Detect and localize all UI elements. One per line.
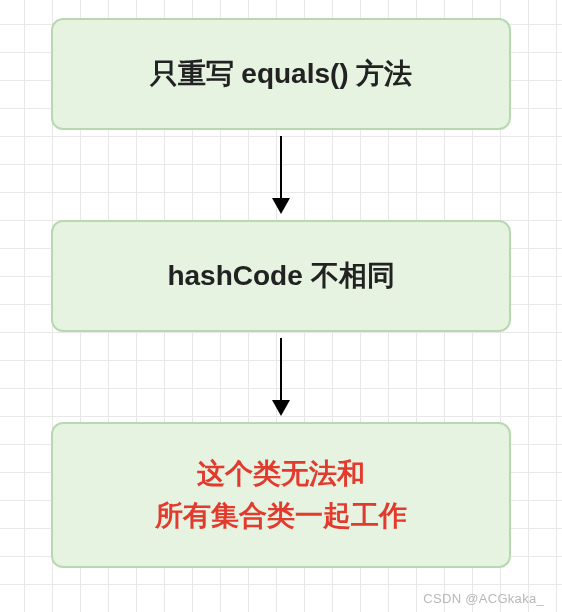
- arrow-1: [272, 130, 290, 220]
- arrow-2: [272, 332, 290, 422]
- node-text: hashCode 不相同: [167, 257, 394, 295]
- node-result-warning: 这个类无法和 所有集合类一起工作: [51, 422, 511, 568]
- node-equals-override: 只重写 equals() 方法: [51, 18, 511, 130]
- arrow-line: [280, 136, 282, 198]
- arrow-head-icon: [272, 400, 290, 416]
- node-text-line2: 所有集合类一起工作: [155, 495, 407, 537]
- node-text: 只重写 equals() 方法: [150, 55, 413, 93]
- node-hashcode-diff: hashCode 不相同: [51, 220, 511, 332]
- flowchart-container: 只重写 equals() 方法 hashCode 不相同 这个类无法和 所有集合…: [0, 0, 562, 612]
- node-text-line1: 这个类无法和: [197, 453, 365, 495]
- arrow-line: [280, 338, 282, 400]
- arrow-head-icon: [272, 198, 290, 214]
- watermark-text: CSDN @ACGkaka_: [423, 591, 544, 606]
